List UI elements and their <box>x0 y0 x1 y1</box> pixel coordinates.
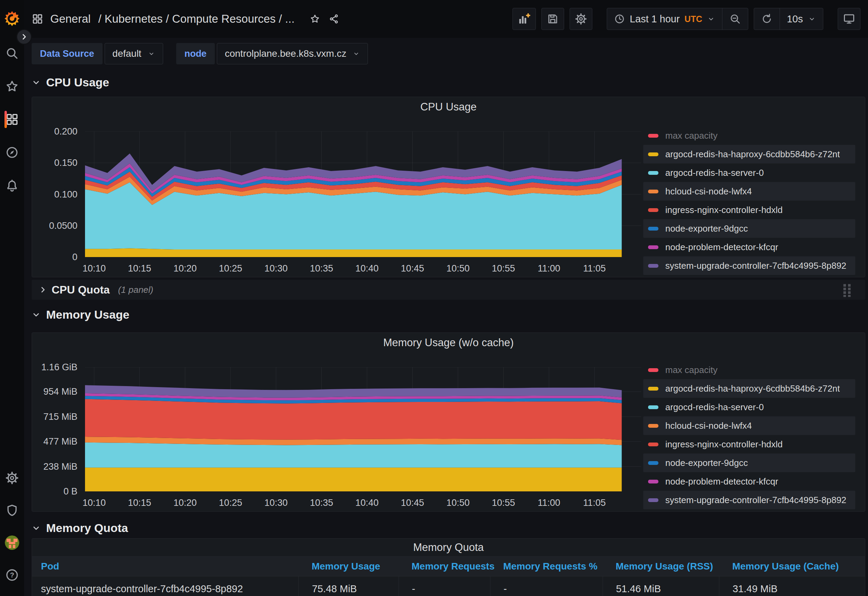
breadcrumb-grid-icon <box>32 13 43 25</box>
y-axis: 0 B238 MiB477 MiB715 MiB954 MiB1.16 GiB <box>37 367 85 491</box>
legend-label: argocd-redis-ha-haproxy-6cdbb584b6-z72nt <box>665 149 840 160</box>
section-cpu-quota[interactable]: CPU Quota (1 panel) <box>32 280 865 300</box>
section-memory-quota[interactable]: Memory Quota <box>32 521 865 535</box>
refresh-interval-picker[interactable]: 10s <box>779 8 823 30</box>
section-memory-usage[interactable]: Memory Usage <box>32 308 865 322</box>
memory-quota-panel: Memory Quota PodMemory UsageMemory Reque… <box>32 538 865 596</box>
chevron-down-icon <box>808 15 816 23</box>
sidebar-item-alerting[interactable] <box>0 178 24 193</box>
time-range-picker[interactable]: Last 1 hour UTC <box>607 8 722 30</box>
y-tick-label: 1.16 GiB <box>41 362 77 373</box>
sidebar-item-configuration[interactable] <box>0 471 24 485</box>
breadcrumb-dashboard[interactable]: / Kubernetes / Compute Resources / ... <box>98 12 294 25</box>
legend-item[interactable]: node-problem-detector-kfcqr <box>643 472 855 491</box>
legend-swatch <box>648 406 658 409</box>
panel-title[interactable]: Memory Quota <box>32 538 865 556</box>
legend-item[interactable]: ingress-nginx-controller-hdxld <box>643 435 855 454</box>
legend-item[interactable]: hcloud-csi-node-lwfx4 <box>643 416 855 435</box>
kiosk-mode-button[interactable] <box>838 8 861 30</box>
table-column-header[interactable]: Memory Usage (RSS) <box>603 561 719 572</box>
table-cell: 31.49 MiB <box>719 576 865 596</box>
variable-datasource: Data Source default <box>32 43 163 64</box>
x-tick-label: 11:05 <box>583 497 606 508</box>
plot-area[interactable] <box>85 131 641 257</box>
share-icon[interactable] <box>329 14 340 24</box>
sidebar-item-server-admin[interactable] <box>0 503 24 518</box>
datasource-select[interactable]: default <box>105 43 163 64</box>
panel-title[interactable]: Memory Usage (w/o cache) <box>32 333 865 353</box>
section-cpu-usage[interactable]: CPU Usage <box>32 76 865 89</box>
plot-area[interactable] <box>85 367 641 491</box>
legend-item[interactable]: argocd-redis-ha-server-0 <box>643 164 855 182</box>
legend-item[interactable]: argocd-redis-ha-server-0 <box>643 398 855 416</box>
gear-icon <box>575 13 587 25</box>
legend-label: argocd-redis-ha-server-0 <box>665 402 764 413</box>
sidebar-item-profile[interactable] <box>0 536 24 550</box>
legend-item[interactable]: ingress-nginx-controller-hdxld <box>643 201 855 219</box>
legend-item[interactable]: argocd-redis-ha-haproxy-6cdbb584b6-z72nt <box>643 379 855 398</box>
y-tick-label: 238 MiB <box>43 461 77 472</box>
favorite-star-icon[interactable] <box>310 14 320 24</box>
legend-item[interactable]: node-problem-detector-kfcqr <box>643 238 855 257</box>
node-label: node <box>176 43 215 64</box>
table-column-header[interactable]: Pod <box>32 561 298 572</box>
section-title: Memory Usage <box>46 308 129 322</box>
sidebar-item-help[interactable]: ? <box>0 568 24 582</box>
legend-item[interactable]: argocd-redis-ha-haproxy-6cdbb584b6-z72nt <box>643 145 855 164</box>
user-avatar <box>5 536 19 550</box>
refresh-interval-label: 10s <box>787 13 803 25</box>
save-dashboard-button[interactable] <box>542 8 564 30</box>
legend-swatch <box>648 368 658 372</box>
legend-item[interactable]: max capacity <box>643 361 855 379</box>
legend-swatch <box>648 461 658 465</box>
nav-sidebar: ? <box>0 0 24 596</box>
table-cell: 51.46 MiB <box>603 576 719 596</box>
grafana-logo[interactable] <box>4 10 20 27</box>
compass-icon <box>5 146 19 159</box>
breadcrumb-folder[interactable]: General <box>50 12 90 25</box>
expand-sidebar-button[interactable] <box>16 29 32 45</box>
refresh-button[interactable] <box>754 8 779 30</box>
y-axis: 00.05000.1000.1500.200 <box>37 131 85 257</box>
add-panel-button[interactable] <box>512 8 536 30</box>
table-row: system-upgrade-controller-7cfb4c4995-8p8… <box>32 576 865 596</box>
x-axis: 10:1010:1510:2010:2510:3010:3510:4010:45… <box>85 257 641 276</box>
legend-item[interactable]: hcloud-csi-node-lwfx4 <box>643 182 855 201</box>
time-picker-group: Last 1 hour UTC <box>607 8 748 30</box>
refresh-icon <box>761 13 773 25</box>
x-tick-label: 10:25 <box>219 497 242 508</box>
table-column-header[interactable]: Memory Usage (Cache) <box>719 561 865 572</box>
datasource-value: default <box>112 48 142 59</box>
legend-item[interactable]: system-upgrade-controller-7cfb4c4995-8p8… <box>643 491 855 509</box>
sidebar-item-explore[interactable] <box>0 145 24 160</box>
clock-icon <box>614 13 625 24</box>
legend-item[interactable]: node-exporter-9dgcc <box>643 454 855 472</box>
legend-swatch <box>648 480 658 484</box>
svg-text:?: ? <box>10 571 14 579</box>
legend-swatch <box>648 171 658 175</box>
sidebar-item-starred[interactable] <box>0 79 24 94</box>
legend-item[interactable]: system-upgrade-controller-7cfb4c4995-8p8… <box>643 257 855 275</box>
legend-swatch <box>648 208 658 212</box>
table-column-header[interactable]: Memory Requests <box>399 561 490 572</box>
table-column-header[interactable]: Memory Requests % <box>490 561 603 572</box>
node-select[interactable]: controlplane.bee.k8s.vxm.cz <box>217 43 368 64</box>
x-axis: 10:1010:1510:2010:2510:3010:3510:4010:45… <box>85 491 641 510</box>
zoom-out-button[interactable] <box>722 8 748 30</box>
sidebar-item-dashboards[interactable] <box>0 112 24 127</box>
section-title: Memory Quota <box>46 521 128 535</box>
sidebar-item-search[interactable] <box>0 46 24 60</box>
table-column-header[interactable]: Memory Usage <box>298 561 398 572</box>
drag-handle-icon[interactable] <box>842 283 852 297</box>
breadcrumb: General / Kubernetes / Compute Resources… <box>32 12 340 25</box>
panel-title[interactable]: CPU Usage <box>32 97 865 117</box>
legend-item[interactable]: max capacity <box>643 126 855 145</box>
x-tick-label: 10:55 <box>492 263 515 274</box>
x-tick-label: 10:55 <box>492 497 515 508</box>
y-tick-label: 477 MiB <box>43 436 77 447</box>
dashboard-settings-button[interactable] <box>570 8 592 30</box>
legend-item[interactable]: node-exporter-9dgcc <box>643 219 855 238</box>
node-value: controlplane.bee.k8s.vxm.cz <box>225 48 346 59</box>
chevron-right-icon <box>20 33 28 41</box>
x-tick-label: 11:00 <box>537 263 560 274</box>
